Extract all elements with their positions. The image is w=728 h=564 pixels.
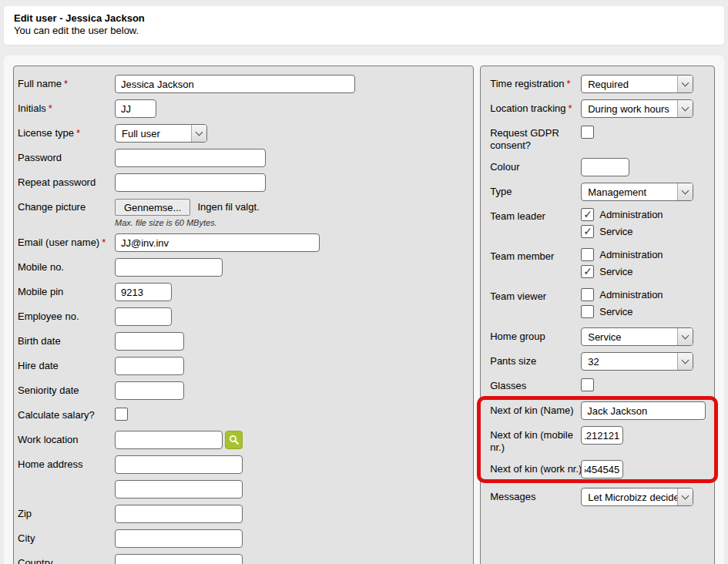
home-address-row-2 xyxy=(18,480,467,499)
employee-no-row: Employee no. xyxy=(18,307,467,326)
hire-date-input[interactable] xyxy=(115,357,184,375)
pants-size-select[interactable]: 32 xyxy=(581,352,693,371)
work-location-input[interactable] xyxy=(115,431,223,449)
city-label: City xyxy=(18,529,115,545)
repeat-password-input[interactable] xyxy=(115,173,266,192)
birth-date-row: Birth date xyxy=(18,332,467,351)
email-input[interactable] xyxy=(115,233,320,252)
team-viewer-administration-checkbox[interactable] xyxy=(581,288,594,301)
work-location-search-button[interactable] xyxy=(225,431,243,449)
location-tracking-value: During work hours xyxy=(582,100,677,117)
chevron-down-icon xyxy=(191,125,206,142)
country-label: Country xyxy=(18,554,115,564)
mobile-no-label: Mobile no. xyxy=(18,258,115,274)
employee-no-input[interactable] xyxy=(115,307,172,326)
city-row: City xyxy=(18,529,467,548)
zip-label: Zip xyxy=(18,505,115,520)
kin-work-input[interactable] xyxy=(581,460,623,478)
birth-date-label: Birth date xyxy=(18,332,115,347)
zip-input[interactable] xyxy=(115,505,243,523)
team-viewer-administration: Administration xyxy=(581,287,663,302)
team-member-administration: Administration xyxy=(581,247,663,262)
file-status-text: Ingen fil valgt. xyxy=(197,198,259,216)
team-member-service: Service xyxy=(581,264,663,279)
seniority-date-input[interactable] xyxy=(115,381,184,400)
time-registration-select[interactable]: Required xyxy=(581,75,693,93)
home-group-row: Home group Service xyxy=(490,327,706,346)
initials-row: Initials* xyxy=(18,99,467,118)
type-value: Management xyxy=(582,183,677,200)
team-member-label: Team member xyxy=(490,247,581,263)
left-form-panel: Full name* Initials* License type* Full … xyxy=(13,65,474,564)
edit-user-form: Full name* Initials* License type* Full … xyxy=(4,55,724,564)
chevron-down-icon xyxy=(677,328,693,345)
glasses-row: Glasses xyxy=(490,377,706,395)
city-input[interactable] xyxy=(115,529,243,548)
team-leader-administration: Administration xyxy=(581,207,663,222)
team-leader-service: Service xyxy=(581,224,663,239)
initials-input[interactable] xyxy=(115,99,156,118)
team-viewer-row: Team viewer Administration Service xyxy=(490,287,706,321)
kin-mobile-row: Next of kin (mobile nr.) xyxy=(490,426,706,454)
team-viewer-service-checkbox[interactable] xyxy=(581,305,594,318)
home-address-input-2[interactable] xyxy=(115,480,243,499)
change-picture-row: Change picture Gennemse... Ingen fil val… xyxy=(18,198,467,227)
type-label: Type xyxy=(490,183,581,198)
change-picture-label: Change picture xyxy=(18,198,115,213)
home-address-row: Home address xyxy=(18,455,467,474)
home-group-select[interactable]: Service xyxy=(581,327,693,346)
kin-work-label: Next of kin (work nr.) xyxy=(490,460,581,475)
team-viewer-label: Team viewer xyxy=(490,287,581,303)
mobile-pin-label: Mobile pin xyxy=(18,283,115,298)
type-select[interactable]: Management xyxy=(581,183,693,201)
home-address-label: Home address xyxy=(18,455,115,471)
birth-date-input[interactable] xyxy=(115,332,184,351)
colour-input[interactable] xyxy=(581,158,629,176)
page-header: Edit user - Jessica Jackson You can edit… xyxy=(4,6,724,45)
country-row: Country xyxy=(18,554,467,564)
mobile-pin-input[interactable] xyxy=(115,283,172,301)
gdpr-checkbox[interactable] xyxy=(581,126,594,139)
calculate-salary-row: Calculate salary? xyxy=(18,406,467,425)
password-input[interactable] xyxy=(115,149,266,167)
seniority-date-row: Seniority date xyxy=(18,381,467,400)
mobile-no-row: Mobile no. xyxy=(18,258,467,277)
team-viewer-service: Service xyxy=(581,304,663,319)
file-size-note: Max. file size is 60 MBytes. xyxy=(115,218,260,227)
team-member-row: Team member Administration Service xyxy=(490,247,706,281)
browse-button[interactable]: Gennemse... xyxy=(115,199,190,216)
messages-select[interactable]: Let Microbizz decide xyxy=(581,488,693,506)
time-registration-value: Required xyxy=(582,76,677,92)
email-row: Email (user name)* xyxy=(18,233,467,252)
team-member-administration-checkbox[interactable] xyxy=(581,248,594,261)
mobile-no-input[interactable] xyxy=(115,258,223,277)
kin-mobile-input[interactable] xyxy=(581,426,623,445)
colour-label: Colour xyxy=(490,158,581,173)
right-form-panel: Time registration* Required Location tra… xyxy=(480,65,715,564)
kin-name-input[interactable] xyxy=(581,401,706,420)
glasses-checkbox[interactable] xyxy=(581,378,594,391)
chevron-down-icon xyxy=(677,488,693,505)
country-input[interactable] xyxy=(115,554,243,564)
zip-row: Zip xyxy=(18,505,467,523)
team-leader-administration-checkbox[interactable] xyxy=(581,208,594,221)
file-picker: Gennemse... Ingen fil valgt. xyxy=(115,198,260,216)
calculate-salary-checkbox[interactable] xyxy=(115,408,128,421)
type-row: Type Management xyxy=(490,183,706,201)
full-name-input[interactable] xyxy=(115,75,355,93)
required-marker: * xyxy=(569,102,572,114)
password-label: Password xyxy=(18,149,115,164)
home-address-input-1[interactable] xyxy=(115,455,243,474)
license-type-select[interactable]: Full user xyxy=(115,124,207,143)
team-member-service-checkbox[interactable] xyxy=(581,265,594,278)
full-name-label: Full name* xyxy=(18,75,115,90)
kin-work-row: Next of kin (work nr.) xyxy=(490,460,706,478)
colour-row: Colour xyxy=(490,158,706,176)
pants-size-row: Pants size 32 xyxy=(490,352,706,371)
work-location-row: Work location xyxy=(18,431,467,449)
team-leader-service-checkbox[interactable] xyxy=(581,225,594,238)
initials-label: Initials* xyxy=(18,99,115,115)
required-marker: * xyxy=(76,127,80,139)
gdpr-label: Request GDPR consent? xyxy=(490,124,581,152)
location-tracking-select[interactable]: During work hours xyxy=(581,99,693,118)
